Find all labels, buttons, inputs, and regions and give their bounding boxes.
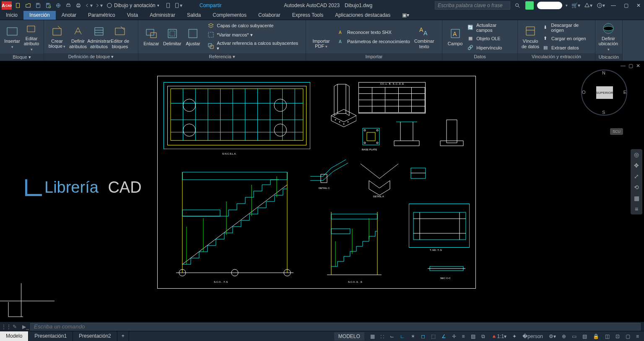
workspace-selector[interactable]: Dibujo y anotación▾ [106,3,159,8]
cmd-handle-icon[interactable]: ⋮⋮ [0,324,13,330]
app-icon[interactable]: ▾ [584,1,593,10]
tab-complementos[interactable]: Complementos [207,11,252,20]
minimize-icon[interactable]: — [608,1,619,10]
tab-parametrico[interactable]: Paramétrico [82,11,121,20]
annotation-monitor-icon[interactable]: ⊕ [559,332,569,341]
app-logo[interactable]: ACAD [2,1,12,10]
tab-salida[interactable]: Salida [181,11,207,20]
tab-insercion[interactable]: Inserción [23,11,56,20]
lineweight-icon[interactable]: ≡ [460,332,467,341]
zoom-extents-icon[interactable]: ⤢ [631,171,642,182]
undo-icon[interactable]: ▾ [84,1,93,10]
panel-bloque-title[interactable]: Bloque ▾ [0,54,44,61]
web-icon[interactable] [54,1,63,10]
tab-anotar[interactable]: Anotar [56,11,82,20]
cart-icon[interactable]: 🛒▾ [571,1,580,10]
open-icon[interactable] [23,1,33,10]
ajustar-button[interactable]: Ajustar [183,26,204,47]
transparency-icon[interactable]: ▨ [468,332,478,341]
extraer-datos-button[interactable]: ▤Extraer datos [540,44,592,52]
osnap-icon[interactable]: ◻ [418,332,428,341]
crear-bloque-button[interactable]: Crear bloque [47,23,68,50]
close-icon[interactable]: ✕ [633,1,644,10]
share-button[interactable]: Compartir [191,3,222,8]
descargar-origen-button[interactable]: ⬇Descargar de origen [540,22,592,33]
scu-badge[interactable]: SCU [610,128,623,135]
sheet1-icon[interactable] [164,1,173,10]
layout-add-icon[interactable]: + [117,331,129,341]
layout-tab-modelo[interactable]: Modelo [0,331,29,341]
units-icon[interactable]: ▭ [569,332,579,341]
combinar-texto-button[interactable]: AACombinar texto [412,23,437,49]
editar-atributo-button[interactable]: Editar atributo [22,21,41,53]
quickprops-icon[interactable]: ▤ [580,332,589,341]
editor-bloques-button[interactable]: Editor de bloques [109,23,130,49]
importar-pdf-button[interactable]: Importar PDF [309,23,334,50]
insertar-button[interactable]: Insertar [3,23,22,50]
sheet2-icon[interactable]: ▾ [174,1,183,10]
lock-ui-icon[interactable]: 🔒 [590,332,602,341]
print-icon[interactable] [74,1,83,10]
help-icon[interactable]: ?▾ [596,1,605,10]
annoscale-icon[interactable]: 🔺 1:1▾ [488,332,509,341]
tab-more-icon[interactable]: ▣▾ [396,11,415,20]
doc-min-icon[interactable]: — [620,63,626,69]
variar-marcos-button[interactable]: *Variar marcos* ▾ [206,31,303,39]
steering-wheel-icon[interactable]: ◎ [631,149,642,160]
drawing-canvas[interactable]: — ▢ ✕ Librería CAD S.N.C.S.L.A. CO..u.. [0,61,644,322]
maximize-icon[interactable]: ▢ [621,1,631,10]
hardware-accel-icon[interactable]: ⊡ [613,332,622,341]
save-icon[interactable] [34,1,43,10]
showmotion-icon[interactable]: ▦ [631,193,642,204]
autoScale-icon[interactable]: �person [520,332,545,341]
saveas-icon[interactable] [44,1,53,10]
new-icon[interactable] [13,1,23,10]
panel-referencia-title[interactable]: Referencia ▾ [138,53,306,61]
polar-icon[interactable]: ✶ [408,332,418,341]
tab-vista[interactable]: Vista [121,11,144,20]
tab-express[interactable]: Express Tools [286,11,329,20]
grid-icon[interactable]: ▦ [368,332,377,341]
search-input[interactable]: Escriba palabra clave o frase [435,1,510,10]
cycling-icon[interactable]: ⧉ [479,332,488,341]
annovisibility-icon[interactable]: ✦ [510,332,519,341]
enlazar-button[interactable]: Enlazar [141,26,162,47]
capas-calco-button[interactable]: Capas de calco subyacente [206,22,303,29]
snap-icon[interactable]: ⸬ [378,332,387,341]
objeto-ole-button[interactable]: ▦Objeto OLE [465,35,515,42]
orbit-icon[interactable]: ⟲ [631,182,642,193]
viewcube[interactable]: SUPERIOR NS EO [581,70,627,116]
redo-icon[interactable]: ▾ [94,1,103,10]
vinculo-datos-button[interactable]: Vínculo de datos [520,23,540,49]
reconocer-shx-button[interactable]: AReconocer texto SHX [336,28,412,36]
delimitar-button[interactable]: Delimitar [162,26,183,47]
pan-icon[interactable]: ✥ [631,160,642,171]
doc-close-icon[interactable]: ✕ [635,63,641,69]
status-model-button[interactable]: MODELO [334,332,364,341]
actualizar-campos-button[interactable]: 🔄Actualizar campos [465,22,515,33]
cmd-customize-icon[interactable]: ✎ [13,324,21,330]
dyninput-icon[interactable]: ✛ [449,332,459,341]
layout-tab-pres1[interactable]: Presentación1 [29,331,73,341]
cargar-origen-button[interactable]: ⬆Cargar en origen [540,35,592,42]
command-input[interactable] [30,323,641,331]
activar-referencia-button[interactable]: Activar referencia a calcos subyacentes … [206,40,303,52]
user-avatar[interactable] [525,1,534,10]
workspace-switch-icon[interactable]: ⚙▾ [546,332,558,341]
doc-max-icon[interactable]: ▢ [627,63,634,69]
infer-icon[interactable]: ⌙ [387,332,397,341]
tab-apps[interactable]: Aplicaciones destacadas [329,11,396,20]
tab-colaborar[interactable]: Colaborar [252,11,286,20]
isolate-icon[interactable]: ◫ [602,332,612,341]
cleanscreen-icon[interactable]: ▢ [623,332,633,341]
nav-more-icon[interactable]: ≡ [631,204,642,214]
ortho-icon[interactable]: ∟ [397,332,408,341]
definir-ubicacion-button[interactable]: Definir ubicación [598,21,619,53]
param-reconocimiento-button[interactable]: AParámetros de reconocimiento [336,38,412,45]
3dosnap-icon[interactable]: ⬚ [428,332,438,341]
layout-tab-pres2[interactable]: Presentación2 [73,331,117,341]
tab-administrar[interactable]: Administrar [144,11,181,20]
customize-status-icon[interactable]: ≡ [634,332,641,341]
tab-inicio[interactable]: Inicio [0,11,23,20]
campo-button[interactable]: ACampo [445,26,465,47]
